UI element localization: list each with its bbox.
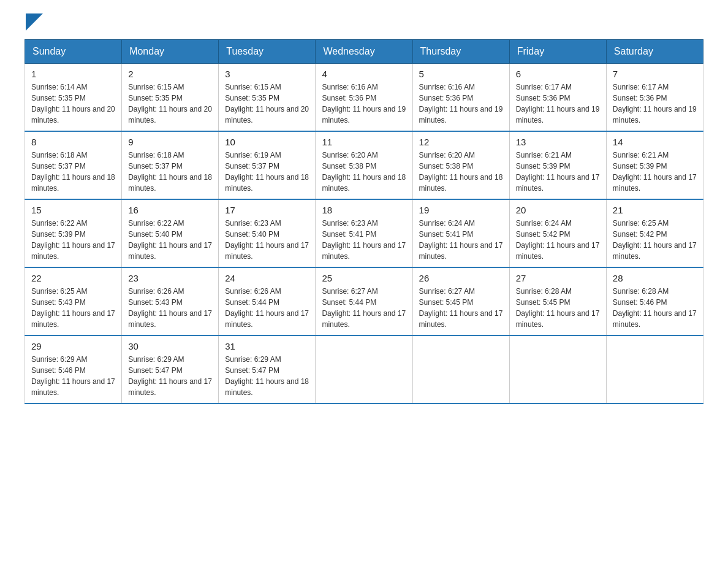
- day-info: Sunrise: 6:27 AMSunset: 5:44 PMDaylight:…: [322, 287, 406, 329]
- calendar-cell: 22 Sunrise: 6:25 AMSunset: 5:43 PMDaylig…: [25, 267, 122, 335]
- day-number: 7: [613, 69, 697, 79]
- calendar-cell: 6 Sunrise: 6:17 AMSunset: 5:36 PMDayligh…: [509, 64, 606, 132]
- calendar-cell: 21 Sunrise: 6:25 AMSunset: 5:42 PMDaylig…: [606, 199, 703, 267]
- calendar-cell: 25 Sunrise: 6:27 AMSunset: 5:44 PMDaylig…: [316, 267, 412, 335]
- day-number: 18: [322, 205, 406, 215]
- day-number: 19: [419, 205, 503, 215]
- day-info: Sunrise: 6:23 AMSunset: 5:40 PMDaylight:…: [225, 219, 309, 261]
- calendar-cell: 31 Sunrise: 6:29 AMSunset: 5:47 PMDaylig…: [219, 335, 316, 404]
- calendar-cell: 19 Sunrise: 6:24 AMSunset: 5:41 PMDaylig…: [412, 199, 509, 267]
- calendar-cell: 20 Sunrise: 6:24 AMSunset: 5:42 PMDaylig…: [509, 199, 606, 267]
- day-number: 26: [419, 273, 503, 283]
- day-number: 29: [31, 341, 115, 351]
- calendar-cell: 8 Sunrise: 6:18 AMSunset: 5:37 PMDayligh…: [25, 131, 122, 199]
- logo: [25, 18, 43, 33]
- day-info: Sunrise: 6:20 AMSunset: 5:38 PMDaylight:…: [322, 151, 406, 193]
- calendar-cell: 11 Sunrise: 6:20 AMSunset: 5:38 PMDaylig…: [316, 131, 412, 199]
- day-number: 21: [613, 205, 697, 215]
- calendar-cell: 7 Sunrise: 6:17 AMSunset: 5:36 PMDayligh…: [606, 64, 703, 132]
- day-info: Sunrise: 6:21 AMSunset: 5:39 PMDaylight:…: [613, 151, 697, 193]
- calendar-cell: 26 Sunrise: 6:27 AMSunset: 5:45 PMDaylig…: [412, 267, 509, 335]
- day-number: 31: [225, 341, 309, 351]
- day-number: 14: [613, 137, 697, 147]
- calendar-cell: [412, 335, 509, 404]
- calendar-cell: 15 Sunrise: 6:22 AMSunset: 5:39 PMDaylig…: [25, 199, 122, 267]
- day-info: Sunrise: 6:25 AMSunset: 5:43 PMDaylight:…: [31, 287, 115, 329]
- calendar-cell: 29 Sunrise: 6:29 AMSunset: 5:46 PMDaylig…: [25, 335, 122, 404]
- day-header-tuesday: Tuesday: [219, 40, 316, 64]
- day-info: Sunrise: 6:28 AMSunset: 5:45 PMDaylight:…: [516, 287, 600, 329]
- calendar-cell: 4 Sunrise: 6:16 AMSunset: 5:36 PMDayligh…: [316, 64, 412, 132]
- day-info: Sunrise: 6:29 AMSunset: 5:46 PMDaylight:…: [31, 355, 115, 397]
- day-number: 23: [128, 273, 212, 283]
- day-number: 1: [31, 69, 115, 79]
- day-header-row: SundayMondayTuesdayWednesdayThursdayFrid…: [25, 40, 703, 64]
- day-number: 4: [322, 69, 406, 79]
- day-info: Sunrise: 6:23 AMSunset: 5:41 PMDaylight:…: [322, 219, 406, 261]
- logo-triangle-icon: [26, 13, 43, 31]
- calendar-body: 1 Sunrise: 6:14 AMSunset: 5:35 PMDayligh…: [25, 64, 703, 404]
- day-header-thursday: Thursday: [412, 40, 509, 64]
- day-info: Sunrise: 6:26 AMSunset: 5:44 PMDaylight:…: [225, 287, 309, 329]
- day-info: Sunrise: 6:21 AMSunset: 5:39 PMDaylight:…: [516, 151, 600, 193]
- day-info: Sunrise: 6:22 AMSunset: 5:40 PMDaylight:…: [128, 219, 212, 261]
- day-info: Sunrise: 6:26 AMSunset: 5:43 PMDaylight:…: [128, 287, 212, 329]
- day-info: Sunrise: 6:28 AMSunset: 5:46 PMDaylight:…: [613, 287, 697, 329]
- day-number: 12: [419, 137, 503, 147]
- day-number: 15: [31, 205, 115, 215]
- calendar-cell: 1 Sunrise: 6:14 AMSunset: 5:35 PMDayligh…: [25, 64, 122, 132]
- day-header-wednesday: Wednesday: [316, 40, 412, 64]
- day-number: 6: [516, 69, 600, 79]
- calendar-cell: 9 Sunrise: 6:18 AMSunset: 5:37 PMDayligh…: [122, 131, 219, 199]
- day-number: 24: [225, 273, 309, 283]
- calendar-cell: 10 Sunrise: 6:19 AMSunset: 5:37 PMDaylig…: [219, 131, 316, 199]
- calendar-cell: 28 Sunrise: 6:28 AMSunset: 5:46 PMDaylig…: [606, 267, 703, 335]
- calendar-cell: 13 Sunrise: 6:21 AMSunset: 5:39 PMDaylig…: [509, 131, 606, 199]
- day-info: Sunrise: 6:29 AMSunset: 5:47 PMDaylight:…: [128, 355, 212, 397]
- calendar-cell: 2 Sunrise: 6:15 AMSunset: 5:35 PMDayligh…: [122, 64, 219, 132]
- calendar-week-4: 22 Sunrise: 6:25 AMSunset: 5:43 PMDaylig…: [25, 267, 703, 335]
- page-header: [25, 18, 703, 33]
- day-header-sunday: Sunday: [25, 40, 122, 64]
- day-number: 8: [31, 137, 115, 147]
- day-number: 3: [225, 69, 309, 79]
- day-number: 22: [31, 273, 115, 283]
- calendar-cell: 24 Sunrise: 6:26 AMSunset: 5:44 PMDaylig…: [219, 267, 316, 335]
- calendar-week-3: 15 Sunrise: 6:22 AMSunset: 5:39 PMDaylig…: [25, 199, 703, 267]
- calendar-header: SundayMondayTuesdayWednesdayThursdayFrid…: [25, 40, 703, 64]
- calendar-week-2: 8 Sunrise: 6:18 AMSunset: 5:37 PMDayligh…: [25, 131, 703, 199]
- day-info: Sunrise: 6:20 AMSunset: 5:38 PMDaylight:…: [419, 151, 503, 193]
- day-info: Sunrise: 6:22 AMSunset: 5:39 PMDaylight:…: [31, 219, 115, 261]
- day-info: Sunrise: 6:17 AMSunset: 5:36 PMDaylight:…: [613, 83, 697, 124]
- day-info: Sunrise: 6:18 AMSunset: 5:37 PMDaylight:…: [31, 151, 115, 193]
- day-info: Sunrise: 6:16 AMSunset: 5:36 PMDaylight:…: [419, 83, 503, 124]
- day-info: Sunrise: 6:25 AMSunset: 5:42 PMDaylight:…: [613, 219, 697, 261]
- day-number: 25: [322, 273, 406, 283]
- day-info: Sunrise: 6:24 AMSunset: 5:41 PMDaylight:…: [419, 219, 503, 261]
- day-number: 2: [128, 69, 212, 79]
- day-header-friday: Friday: [509, 40, 606, 64]
- day-info: Sunrise: 6:15 AMSunset: 5:35 PMDaylight:…: [128, 83, 212, 124]
- calendar-cell: 27 Sunrise: 6:28 AMSunset: 5:45 PMDaylig…: [509, 267, 606, 335]
- calendar-cell: 14 Sunrise: 6:21 AMSunset: 5:39 PMDaylig…: [606, 131, 703, 199]
- day-info: Sunrise: 6:15 AMSunset: 5:35 PMDaylight:…: [225, 83, 309, 124]
- calendar-cell: [509, 335, 606, 404]
- day-number: 10: [225, 137, 309, 147]
- day-number: 28: [613, 273, 697, 283]
- calendar-week-5: 29 Sunrise: 6:29 AMSunset: 5:46 PMDaylig…: [25, 335, 703, 404]
- day-info: Sunrise: 6:27 AMSunset: 5:45 PMDaylight:…: [419, 287, 503, 329]
- calendar-cell: [316, 335, 412, 404]
- calendar-cell: 18 Sunrise: 6:23 AMSunset: 5:41 PMDaylig…: [316, 199, 412, 267]
- calendar-cell: 30 Sunrise: 6:29 AMSunset: 5:47 PMDaylig…: [122, 335, 219, 404]
- calendar-cell: 23 Sunrise: 6:26 AMSunset: 5:43 PMDaylig…: [122, 267, 219, 335]
- day-number: 13: [516, 137, 600, 147]
- day-info: Sunrise: 6:18 AMSunset: 5:37 PMDaylight:…: [128, 151, 212, 193]
- calendar-cell: [606, 335, 703, 404]
- calendar-cell: 17 Sunrise: 6:23 AMSunset: 5:40 PMDaylig…: [219, 199, 316, 267]
- day-info: Sunrise: 6:29 AMSunset: 5:47 PMDaylight:…: [225, 355, 309, 397]
- day-number: 5: [419, 69, 503, 79]
- day-header-saturday: Saturday: [606, 40, 703, 64]
- day-number: 17: [225, 205, 309, 215]
- day-info: Sunrise: 6:17 AMSunset: 5:36 PMDaylight:…: [516, 83, 600, 124]
- calendar-week-1: 1 Sunrise: 6:14 AMSunset: 5:35 PMDayligh…: [25, 64, 703, 132]
